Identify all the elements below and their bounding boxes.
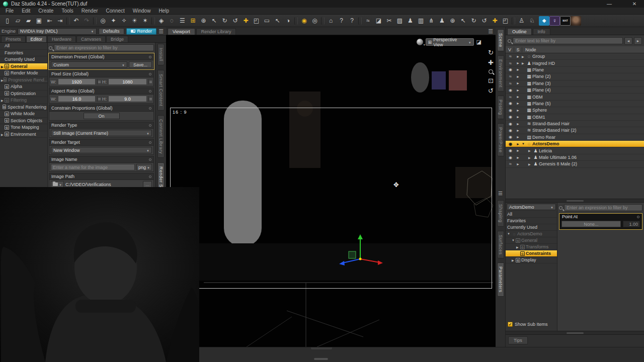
expand-arrow-icon[interactable] (512, 258, 516, 262)
settings-filter-input[interactable] (54, 44, 154, 51)
selectable-cursor-icon[interactable] (514, 115, 522, 119)
home-icon[interactable]: ⌂ (326, 16, 336, 26)
scene-filter-input[interactable] (513, 37, 623, 44)
group-options-icon[interactable] (149, 124, 151, 127)
render-settings-category[interactable]: Section Objects (0, 118, 47, 125)
group-options-icon[interactable] (149, 73, 151, 75)
toolbar-separator[interactable] (93, 17, 97, 25)
tab-viewport[interactable]: Viewport (168, 28, 195, 35)
selectable-cursor-icon[interactable] (514, 88, 522, 92)
open-file-icon[interactable]: ▱ (13, 16, 23, 26)
parameters-tree-item[interactable]: Display (506, 257, 557, 263)
group-options-icon[interactable] (149, 141, 151, 144)
render-frame-icon[interactable]: ◎ (309, 16, 320, 26)
smoothing-brush-icon[interactable]: ≈ (363, 16, 373, 26)
avatar-icon[interactable] (571, 16, 581, 26)
visibility-eye-icon[interactable] (507, 128, 514, 133)
geometry-editor-icon[interactable]: ◪ (373, 16, 384, 26)
render-settings-category[interactable]: Progressive Rend... (0, 77, 47, 84)
toolbar-separator[interactable] (66, 17, 70, 25)
toolbar-separator[interactable] (321, 17, 325, 25)
pane-splitter[interactable] (506, 331, 644, 335)
property-options-icon[interactable] (637, 216, 639, 218)
group-options-icon[interactable] (149, 175, 151, 178)
visibility-eye-icon[interactable] (507, 155, 514, 160)
render-settings-category[interactable]: All (0, 43, 47, 50)
timeline-handle[interactable] (311, 347, 332, 349)
selectable-cursor-icon[interactable] (514, 61, 522, 65)
scene-node-row[interactable]: OBM1 (506, 114, 644, 121)
filter-prev-button[interactable]: ◄ (624, 37, 632, 45)
tips-tab[interactable]: Tips (508, 336, 528, 344)
spinner-handle[interactable] (148, 79, 152, 84)
pane-splitter[interactable] (506, 199, 644, 203)
scene-node-row[interactable]: Plane (506, 67, 644, 73)
pan-tool-icon[interactable]: ⊕ (447, 16, 458, 26)
render-settings-tab[interactable]: Hardware (47, 36, 76, 42)
parameters-list-item[interactable]: All (506, 211, 557, 218)
visibility-eye-icon[interactable] (507, 74, 514, 79)
scale-tool-icon[interactable]: ◰ (251, 16, 262, 26)
scale-tool2-icon[interactable]: ◰ (500, 16, 511, 26)
group-options-icon[interactable] (149, 158, 151, 161)
selectable-cursor-icon[interactable] (514, 142, 522, 146)
visibility-eye-icon[interactable] (507, 108, 514, 113)
dimension-preset-select[interactable]: Custom (51, 61, 127, 68)
render-settings-category[interactable]: Optimization (0, 90, 47, 98)
pixel-height-field[interactable]: 1080 (108, 78, 147, 85)
node-pointer-icon[interactable]: ↖ (272, 16, 283, 26)
daz-central-icon[interactable]: ◆ (539, 16, 549, 26)
selectable-cursor-icon[interactable] (514, 156, 522, 159)
selectable-cursor-icon[interactable] (514, 109, 522, 112)
visibility-eye-icon[interactable] (507, 54, 514, 59)
pan-camera-icon[interactable]: ✚ (488, 59, 494, 66)
selectable-cursor-icon[interactable] (514, 75, 522, 78)
render-settings-category[interactable]: White Mode (0, 111, 47, 118)
selectable-cursor-icon[interactable] (514, 129, 522, 132)
menu-item[interactable]: File (2, 8, 17, 14)
spinner-handle[interactable] (97, 79, 101, 84)
create-primitive-icon[interactable]: ◈ (156, 16, 167, 26)
render-settings-category[interactable]: Favorites (0, 50, 47, 57)
expand-arrow-icon[interactable] (516, 245, 520, 249)
tab-render-library[interactable]: Render Library (196, 28, 236, 35)
translate-tool-icon[interactable]: ✚ (490, 16, 500, 26)
visibility-eye-icon[interactable] (507, 142, 514, 146)
drawstyle-sphere-icon[interactable] (417, 39, 423, 45)
create-point-light-icon[interactable]: ✧ (119, 16, 129, 26)
expand-arrow-icon[interactable] (522, 61, 526, 65)
render-settings-tab[interactable]: Editor (26, 36, 47, 42)
scene-node-row[interactable]: Genesis 8 Male (2) (506, 161, 644, 167)
close-button[interactable]: ✕ (631, 1, 638, 7)
parameters-tree-item[interactable]: General (506, 237, 557, 244)
save-preset-button[interactable]: Save... (129, 61, 152, 68)
tab-info[interactable]: Info (533, 28, 550, 35)
scene-node-row[interactable]: Group (506, 53, 644, 60)
parameters-tree-item[interactable]: Constraints (506, 250, 557, 257)
help-icon[interactable]: ? (347, 16, 357, 26)
constrain-toggle-button[interactable]: On (84, 113, 120, 119)
visibility-eye-icon[interactable] (507, 135, 514, 139)
visibility-eye-icon[interactable] (507, 61, 514, 66)
toolbar-separator[interactable] (294, 17, 298, 25)
visibility-eye-icon[interactable] (507, 161, 514, 166)
create-spotlight-icon[interactable]: ☀ (129, 16, 140, 26)
scrollbar-thumb[interactable] (314, 358, 328, 360)
pixel-width-field[interactable]: 1920 (58, 78, 96, 85)
selectable-cursor-icon[interactable] (514, 68, 522, 71)
create-distant-light-icon[interactable]: ✦ (108, 16, 119, 26)
scene-node-row[interactable]: Plane (4) (506, 87, 644, 94)
toolbar-separator[interactable] (512, 17, 515, 25)
female-tool-icon[interactable]: ♀ (549, 16, 560, 26)
create-group-icon[interactable]: ◌ (167, 16, 177, 26)
pane-menu-icon[interactable]: ☰ (488, 28, 494, 35)
polygon-cut-icon[interactable]: ✂ (384, 16, 394, 26)
render-settings-category[interactable]: Tone Mapping (0, 124, 47, 131)
rotate-tool2-icon[interactable]: ↻ (468, 16, 479, 26)
mat-preset-icon[interactable]: MAT (560, 16, 571, 26)
scene-node-row[interactable]: Male Ultimate 1.06 (506, 154, 644, 161)
parameters-list-item[interactable]: Favorites (506, 218, 557, 224)
render-settings-tab[interactable]: Canvases (76, 36, 106, 42)
active-pose-tool-icon[interactable]: ⊕ (198, 16, 209, 26)
aspect-height-field[interactable]: 9.0 (108, 96, 147, 102)
